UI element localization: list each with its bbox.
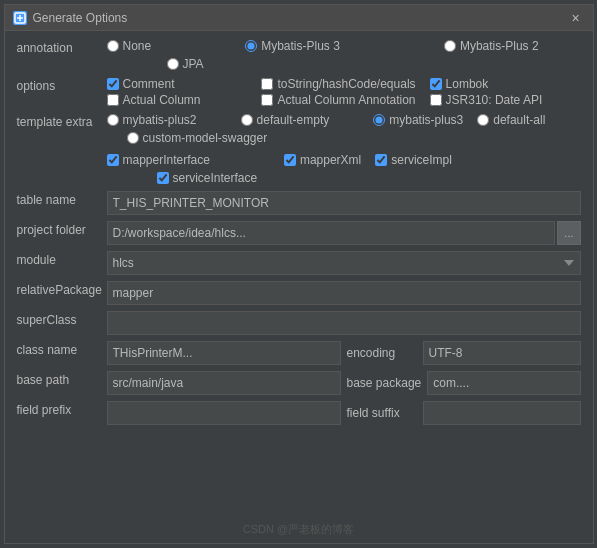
- option-lombok[interactable]: Lombok: [430, 77, 571, 91]
- class-encoding-content: encoding: [107, 341, 581, 365]
- field-prefix-label: field prefix: [17, 401, 107, 417]
- project-folder-row: project folder ...: [17, 221, 581, 245]
- base-row: base path base package: [17, 371, 581, 395]
- template-default-empty[interactable]: default-empty: [241, 113, 330, 127]
- annotation-jpa[interactable]: JPA: [167, 57, 204, 71]
- relative-package-input[interactable]: [107, 281, 581, 305]
- template-mybatis-plus2[interactable]: mybatis-plus2: [107, 113, 197, 127]
- encoding-input[interactable]: [423, 341, 581, 365]
- title-bar-left: Generate Options: [13, 11, 128, 25]
- dialog-icon: [13, 11, 27, 25]
- dialog-title: Generate Options: [33, 11, 128, 25]
- table-name-row: table name: [17, 191, 581, 215]
- template-default-all[interactable]: default-all: [477, 113, 545, 127]
- field-suffix-label: field suffix: [347, 406, 417, 420]
- option-actual-column[interactable]: Actual Column: [107, 93, 248, 107]
- table-name-input[interactable]: [107, 191, 581, 215]
- project-folder-browse[interactable]: ...: [557, 221, 580, 245]
- annotation-mybatis-plus-3[interactable]: Mybatis-Plus 3: [245, 39, 340, 53]
- template-custom-model[interactable]: custom-model-swagger: [127, 131, 268, 145]
- options-row: options Comment toString/hashCode/equals…: [17, 77, 581, 107]
- base-package-label: base package: [347, 376, 422, 390]
- super-class-row: superClass: [17, 311, 581, 335]
- base-content: base package: [107, 371, 581, 395]
- template-extra-content: mybatis-plus2 default-empty mybatis-plus…: [107, 113, 581, 185]
- option-comment[interactable]: Comment: [107, 77, 248, 91]
- project-folder-input[interactable]: [107, 221, 556, 245]
- template-extra-row: template extra mybatis-plus2 default-emp…: [17, 113, 581, 185]
- option-jsr310[interactable]: JSR310: Date API: [430, 93, 571, 107]
- options-content: Comment toString/hashCode/equals Lombok …: [107, 77, 581, 107]
- relative-package-label: relativePackage: [17, 281, 107, 297]
- template-extra-label: template extra: [17, 113, 107, 129]
- field-row: field prefix field suffix: [17, 401, 581, 425]
- project-folder-label: project folder: [17, 221, 107, 237]
- annotation-row: annotation None Mybatis-Plus 3 Mybatis-P…: [17, 39, 581, 71]
- field-prefix-input[interactable]: [107, 401, 341, 425]
- base-path-input[interactable]: [107, 371, 341, 395]
- options-grid: Comment toString/hashCode/equals Lombok …: [107, 77, 581, 107]
- check-mapper-xml[interactable]: mapperXml: [284, 153, 361, 167]
- table-name-content: [107, 191, 581, 215]
- class-name-label: class name: [17, 341, 107, 357]
- template-radios: mybatis-plus2 default-empty mybatis-plus…: [107, 113, 581, 145]
- module-row: module hlcs: [17, 251, 581, 275]
- module-select[interactable]: hlcs: [107, 251, 581, 275]
- super-class-input[interactable]: [107, 311, 581, 335]
- generate-options-dialog: Generate Options × annotation None Mybat…: [4, 4, 594, 544]
- module-content: hlcs: [107, 251, 581, 275]
- check-service-impl[interactable]: serviceImpl: [375, 153, 452, 167]
- encoding-group: encoding: [347, 341, 581, 365]
- annotation-options: None Mybatis-Plus 3 Mybatis-Plus 2 JPA: [107, 39, 581, 71]
- project-folder-content: ...: [107, 221, 581, 245]
- field-content: field suffix: [107, 401, 581, 425]
- table-name-label: table name: [17, 191, 107, 207]
- annotation-none[interactable]: None: [107, 39, 152, 53]
- option-actual-column-annotation[interactable]: Actual Column Annotation: [261, 93, 415, 107]
- project-folder-input-group: ...: [107, 221, 581, 245]
- options-label: options: [17, 77, 107, 93]
- option-tostring[interactable]: toString/hashCode/equals: [261, 77, 415, 91]
- template-checks: mapperInterface mapperXml serviceImpl se…: [107, 153, 581, 185]
- field-suffix-input[interactable]: [423, 401, 581, 425]
- template-mybatis-plus3[interactable]: mybatis-plus3: [373, 113, 463, 127]
- base-path-label: base path: [17, 371, 107, 387]
- annotation-label: annotation: [17, 39, 107, 55]
- encoding-label: encoding: [347, 346, 417, 360]
- field-suffix-group: field suffix: [347, 401, 581, 425]
- close-button[interactable]: ×: [567, 9, 585, 27]
- class-encoding-row: class name encoding: [17, 341, 581, 365]
- title-bar: Generate Options ×: [5, 5, 593, 31]
- annotation-mybatis-plus-2[interactable]: Mybatis-Plus 2: [354, 39, 539, 53]
- check-mapper-interface[interactable]: mapperInterface: [107, 153, 210, 167]
- class-name-input[interactable]: [107, 341, 341, 365]
- base-package-input[interactable]: [427, 371, 580, 395]
- check-service-interface[interactable]: serviceInterface: [157, 171, 258, 185]
- base-package-group: base package: [347, 371, 581, 395]
- module-label: module: [17, 251, 107, 267]
- super-class-content: [107, 311, 581, 335]
- dialog-content: annotation None Mybatis-Plus 3 Mybatis-P…: [5, 31, 593, 518]
- watermark: CSDN @严老板的博客: [5, 518, 593, 543]
- relative-package-row: relativePackage: [17, 281, 581, 305]
- super-class-label: superClass: [17, 311, 107, 327]
- relative-package-content: [107, 281, 581, 305]
